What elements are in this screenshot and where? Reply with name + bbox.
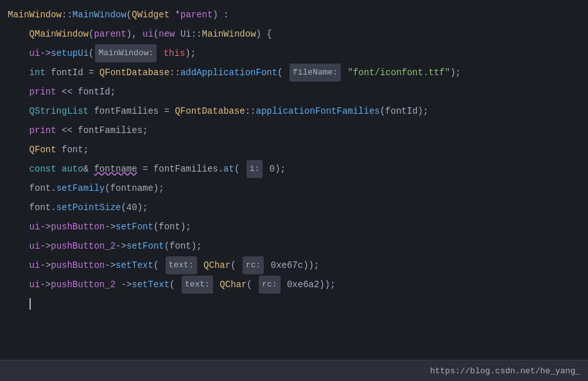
hint-rc2: rc: <box>259 276 280 294</box>
code-line-2: QMainWindow(parent), ui(new Ui::MainWind… <box>0 24 588 44</box>
fontname-token: fontname <box>94 160 137 178</box>
hint-filename: fileName: <box>290 64 341 82</box>
hint-mainwindow: MainWindow: <box>95 44 157 62</box>
code-line-12: ui->pushButton->setFont(font); <box>0 217 588 236</box>
code-line-empty <box>0 294 588 314</box>
code-line-6: QStringList fontFamilies = QFontDatabase… <box>0 102 588 121</box>
code-line-10: font.setFamily(fontname); <box>0 179 588 198</box>
code-line-9: const auto& fontname = fontFamilies.at( … <box>0 159 588 179</box>
code-line-7: print << fontFamilies; <box>0 121 588 140</box>
code-line-15: ui->pushButton_2 ->setText( text: QChar(… <box>0 275 588 294</box>
hint-text2: text: <box>182 276 213 294</box>
code-line-11: font.setPointSize(40); <box>0 198 588 217</box>
code-line-5: print << fontId; <box>0 82 588 102</box>
code-line-14: ui->pushButton->setText( text: QChar( rc… <box>0 256 588 275</box>
cursor <box>30 298 31 310</box>
hint-rc: rc: <box>243 256 264 274</box>
code-line-4: int fontId = QFontDatabase::addApplicati… <box>0 63 588 82</box>
hint-i: i: <box>246 160 263 178</box>
status-url: https://blog.csdn.net/he_yang_ <box>430 366 580 376</box>
code-line-13: ui->pushButton_2->setFont(font); <box>0 236 588 256</box>
code-line-1: MainWindow::MainWindow(QWidget *parent) … <box>0 5 588 24</box>
status-bar: https://blog.csdn.net/he_yang_ <box>0 360 588 381</box>
token: MainWindow <box>8 6 62 24</box>
code-editor: MainWindow::MainWindow(QWidget *parent) … <box>0 0 588 360</box>
hint-text: text: <box>166 256 197 274</box>
code-line-8: QFont font; <box>0 140 588 159</box>
code-line-3: ui->setupUi(MainWindow: this); <box>0 44 588 63</box>
